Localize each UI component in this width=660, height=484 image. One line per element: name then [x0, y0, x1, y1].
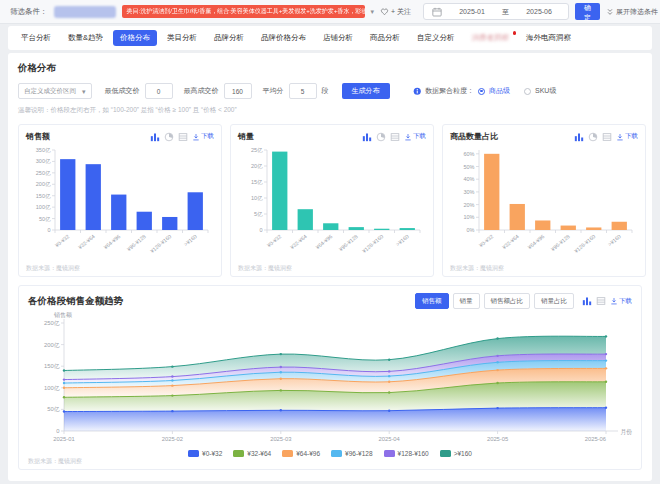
- max-price-input[interactable]: 160: [224, 83, 252, 99]
- svg-text:¥0-¥32: ¥0-¥32: [478, 233, 495, 248]
- svg-text:0: 0: [47, 227, 50, 233]
- svg-text:¥32-¥64: ¥32-¥64: [501, 233, 520, 250]
- trend-legend: ¥0-¥32¥32-¥64¥64-¥96¥96-¥128¥128-¥160>¥1…: [28, 450, 632, 457]
- tab-category-analysis[interactable]: 类目分析: [160, 30, 204, 46]
- start-date-value[interactable]: 2025-01: [451, 8, 493, 15]
- svg-text:100亿: 100亿: [36, 204, 51, 210]
- radio-sku-level-label[interactable]: SKU级: [535, 86, 556, 96]
- trend-metric-sales-volume-share[interactable]: 销量占比: [534, 293, 574, 309]
- bar-chart-icon[interactable]: [574, 132, 584, 142]
- download-button[interactable]: 下载: [616, 132, 638, 141]
- sales-volume-bar-chart[interactable]: 05亿10亿15亿20亿25亿¥0-¥32¥32-¥64¥64-¥96¥96-¥…: [238, 142, 426, 262]
- follow-button[interactable]: + 关注: [380, 7, 411, 17]
- legend-label: ¥64-¥96: [296, 450, 320, 457]
- heart-icon: [380, 7, 389, 16]
- tab-custom-analysis[interactable]: 自定义分析: [410, 30, 462, 46]
- trend-metric-sales-amount[interactable]: 销售额: [415, 293, 449, 309]
- generate-distribution-button[interactable]: 生成分布: [342, 83, 390, 99]
- split-unit-label: 段: [322, 86, 329, 96]
- svg-text:¥0-¥32: ¥0-¥32: [266, 233, 283, 248]
- tab-consumer-insight-redacted[interactable]: 消费者洞察: [465, 30, 517, 46]
- sales-amount-bar-chart[interactable]: 050亿100亿150亿200亿250亿300亿350亿¥0-¥32¥32-¥6…: [26, 142, 214, 262]
- legend-swatch: [331, 450, 342, 457]
- tab-shop-analysis[interactable]: 店铺分析: [316, 30, 360, 46]
- legend-item[interactable]: >¥160: [440, 450, 472, 457]
- svg-text:2025-04: 2025-04: [379, 436, 401, 442]
- legend-swatch: [384, 450, 395, 457]
- data-source-label: 数据来源：魔镜洞察: [28, 457, 632, 466]
- svg-text:250亿: 250亿: [44, 320, 60, 326]
- price-segment-trend-area-chart[interactable]: 050亿100亿150亿200亿250亿销售额2025-012025-02202…: [28, 309, 634, 447]
- confirm-button[interactable]: 确定: [575, 3, 600, 20]
- radio-product-level-label[interactable]: 商品级: [489, 86, 510, 96]
- min-price-input[interactable]: 0: [145, 83, 173, 99]
- trend-metric-sales-amount-share[interactable]: 销售额占比: [484, 293, 531, 309]
- download-button[interactable]: 下载: [610, 297, 632, 306]
- pie-chart-icon[interactable]: [376, 132, 386, 142]
- trend-metric-sales-volume[interactable]: 销量: [453, 293, 480, 309]
- price-segment-trend-card: 各价格段销售金额趋势 销售额 销量 销售额占比 销量占比 下载 050亿100亿…: [18, 285, 642, 470]
- svg-text:¥32-¥64: ¥32-¥64: [289, 233, 308, 250]
- bar-chart-icon[interactable]: [150, 132, 160, 142]
- end-date-value[interactable]: 2025-06: [518, 8, 560, 15]
- data-source-label: 数据来源：魔镜洞察: [238, 264, 426, 273]
- legend-item[interactable]: ¥96-¥128: [331, 450, 372, 457]
- legend-item[interactable]: ¥0-¥32: [188, 450, 222, 457]
- legend-label: >¥160: [454, 450, 472, 457]
- tab-overseas-ecommerce-insight[interactable]: 海外电商洞察: [519, 30, 578, 46]
- bar-chart-icon[interactable]: [362, 132, 372, 142]
- svg-text:20%: 20%: [463, 202, 474, 208]
- svg-text:¥96-¥128: ¥96-¥128: [338, 233, 359, 252]
- legend-swatch: [188, 450, 199, 457]
- filter-conditions-label: 筛选条件：: [10, 7, 48, 17]
- brand-name-redacted: [54, 6, 116, 18]
- svg-text:5亿: 5亿: [254, 211, 263, 217]
- svg-text:150亿: 150亿: [36, 193, 51, 199]
- legend-swatch: [282, 450, 293, 457]
- bar-chart-icon[interactable]: [582, 296, 592, 306]
- download-button[interactable]: 下载: [192, 132, 214, 141]
- svg-text:¥64-¥96: ¥64-¥96: [103, 233, 122, 250]
- table-icon[interactable]: [390, 132, 400, 142]
- pie-chart-icon[interactable]: [164, 132, 174, 142]
- tab-brand-analysis[interactable]: 品牌分析: [207, 30, 251, 46]
- card-title-sales-amount: 销售额: [26, 131, 150, 142]
- svg-text:300亿: 300亿: [36, 158, 51, 164]
- svg-text:>¥160: >¥160: [183, 233, 198, 247]
- price-segment-hint: 温馨说明：价格段左闭右开，如 “100-200” 是指 “价格 ≥ 100” 且…: [18, 106, 642, 115]
- product-count-share-card: 商品数量占比 下载 0%10%20%30%40%50%60%¥0-¥32¥32-…: [442, 124, 646, 277]
- tab-price-distribution[interactable]: 价格分布: [113, 30, 157, 46]
- legend-item[interactable]: ¥128-¥160: [384, 450, 429, 457]
- radio-product-level[interactable]: [478, 88, 485, 95]
- tab-product-analysis[interactable]: 商品分析: [363, 30, 407, 46]
- svg-text:>¥160: >¥160: [607, 233, 622, 247]
- date-range-picker[interactable]: 2025-01 至 2025-06: [423, 3, 569, 20]
- legend-item[interactable]: ¥64-¥96: [282, 450, 320, 457]
- range-separator: 至: [502, 7, 509, 17]
- expand-filters-button[interactable]: 展开筛选条件: [606, 7, 658, 17]
- tab-platform-analysis[interactable]: 平台分析: [14, 30, 58, 46]
- tab-brand-price-distribution[interactable]: 品牌价格分布: [254, 30, 313, 46]
- table-icon[interactable]: [596, 296, 606, 306]
- svg-text:200亿: 200亿: [36, 181, 51, 187]
- radio-sku-level[interactable]: [524, 88, 531, 95]
- svg-text:0: 0: [56, 428, 59, 434]
- chevron-down-icon[interactable]: ▾: [371, 8, 375, 15]
- svg-text:100亿: 100亿: [44, 385, 60, 391]
- download-button[interactable]: 下载: [404, 132, 426, 141]
- sales-amount-card: 销售额 下载 050亿100亿150亿200亿250亿300亿350亿¥0-¥3…: [18, 124, 222, 277]
- table-icon[interactable]: [602, 132, 612, 142]
- legend-label: ¥0-¥32: [202, 450, 222, 457]
- legend-item[interactable]: ¥32-¥64: [233, 450, 271, 457]
- price-range-select[interactable]: 自定义成交价区间 ▾: [18, 83, 92, 99]
- pie-chart-icon[interactable]: [588, 132, 598, 142]
- tab-volume-trend[interactable]: 数量&趋势: [61, 30, 110, 46]
- filter-summary-badge[interactable]: 类目:洗护清洁剂/卫生巾/纸/香薰，组合:美容美体仪器工具+美发假发+洗发护发+…: [122, 5, 365, 18]
- price-controls: 自定义成交价区间 ▾ 最低成交价 0 最高成交价 160 平均分 5 段 生成分…: [18, 83, 642, 99]
- svg-text:60%: 60%: [463, 151, 474, 157]
- product-count-share-bar-chart[interactable]: 0%10%20%30%40%50%60%¥0-¥32¥32-¥64¥64-¥96…: [450, 142, 638, 262]
- calendar-icon: [432, 7, 442, 17]
- svg-text:¥32-¥64: ¥32-¥64: [77, 233, 96, 250]
- table-icon[interactable]: [178, 132, 188, 142]
- split-count-input[interactable]: 5: [289, 83, 317, 99]
